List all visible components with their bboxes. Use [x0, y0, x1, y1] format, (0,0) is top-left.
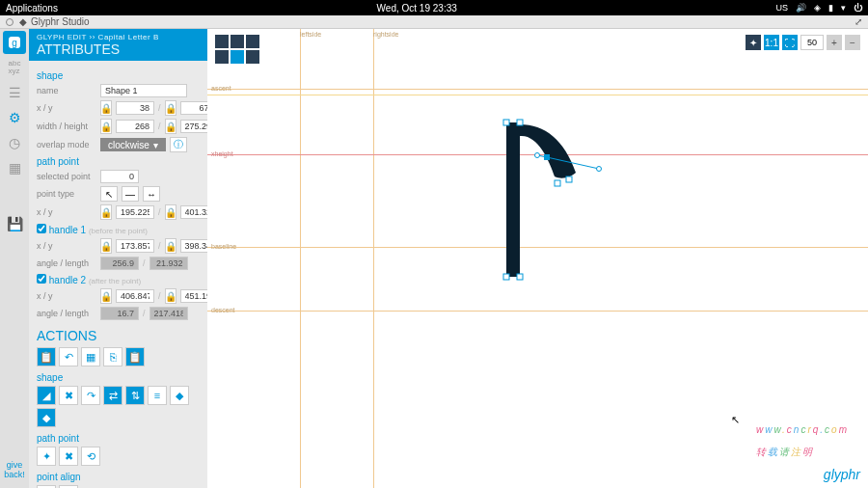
zoom-value[interactable]: 50 [800, 35, 824, 50]
h2-x-input[interactable] [116, 289, 154, 303]
paste-button[interactable]: ⎘ [103, 347, 122, 366]
layers-tool[interactable]: ☰ [3, 81, 26, 104]
mouse-cursor-icon: ↖ [731, 414, 740, 426]
lock-ppy-icon[interactable]: 🔒 [165, 204, 176, 220]
battery-icon[interactable]: ▮ [828, 3, 833, 13]
shape-h-input[interactable] [180, 120, 207, 133]
wifi-icon[interactable]: ◈ [814, 3, 821, 13]
lock-ppx-icon[interactable]: 🔒 [100, 204, 112, 220]
lock-h1x-icon[interactable]: 🔒 [100, 238, 112, 254]
zoom-in-button[interactable]: + [827, 35, 842, 50]
window-control-icon[interactable] [6, 18, 14, 26]
add-button[interactable]: ▦ [81, 347, 100, 366]
h2-len-input[interactable] [149, 307, 188, 320]
settings-tool[interactable]: ⚙ [3, 106, 26, 129]
undo-button[interactable]: ↶ [59, 347, 78, 366]
pp-a2[interactable]: ✖ [59, 447, 78, 466]
h2-al-label: angle / length [37, 309, 96, 318]
actions-title: ACTIONS [37, 328, 200, 343]
shape-a7[interactable]: ◆ [170, 386, 189, 405]
lock-x-icon[interactable]: 🔒 [100, 100, 112, 116]
expand-icon[interactable]: ⤢ [854, 16, 862, 27]
zoom-out-button[interactable]: − [845, 35, 860, 50]
clock: Wed, Oct 19 23:33 [58, 3, 776, 14]
shape-a6[interactable]: ≡ [148, 386, 167, 405]
shape-a3[interactable]: ↷ [81, 386, 100, 405]
overlap-info-icon[interactable]: ⓘ [170, 137, 187, 152]
descent-guide [207, 311, 868, 312]
give-back-link[interactable]: giveback! [4, 461, 25, 480]
lock-w-icon[interactable]: 🔒 [100, 119, 112, 134]
shape-a1[interactable]: ◢ [37, 386, 56, 405]
save-tool[interactable]: 💾 [3, 212, 26, 235]
view-grid-button[interactable]: ✦ [746, 35, 761, 50]
tool-3[interactable] [246, 35, 259, 48]
guides-tool[interactable]: ▦ [3, 156, 26, 179]
apps-menu[interactable]: Applications [6, 3, 58, 14]
h2-angle-input[interactable] [100, 307, 139, 320]
h1-y-input[interactable] [180, 239, 207, 253]
tool-rail: g abcxyz ☰ ⚙ ◷ ▦ 💾 giveback! [0, 29, 29, 488]
overlap-dropdown[interactable]: clockwise▾ [100, 138, 166, 151]
tool-1[interactable] [215, 35, 229, 48]
ptype-flat[interactable]: — [122, 186, 139, 202]
text-tool[interactable]: abcxyz [3, 56, 26, 79]
ptype-symmetric[interactable]: ↔ [143, 186, 160, 202]
glyph-shape[interactable] [506, 122, 622, 288]
actions-shape-label: shape [37, 372, 200, 383]
svg-rect-7 [503, 120, 509, 125]
pp-y-input[interactable] [180, 205, 207, 219]
view-fit-button[interactable]: ⛶ [782, 35, 798, 50]
ascent-guide [207, 89, 868, 90]
panel-title: ATTRIBUTES [37, 41, 200, 57]
h1-angle-input[interactable] [100, 257, 139, 270]
pp-x-input[interactable] [116, 205, 154, 219]
h1-xy-label: x / y [37, 241, 96, 251]
name-input[interactable] [100, 84, 187, 97]
shape-a8[interactable]: ◆ [37, 408, 56, 427]
tool-6[interactable] [246, 50, 259, 64]
copy-button[interactable]: 📋 [37, 347, 56, 366]
pp-a1[interactable]: ✦ [37, 447, 56, 466]
shape-w-input[interactable] [116, 120, 154, 133]
keyboard-indicator[interactable]: US [775, 3, 788, 13]
tool-2[interactable] [231, 35, 244, 48]
svg-point-5 [535, 153, 540, 158]
glyph-edit-tool[interactable]: g [3, 31, 26, 54]
leftside-guide [300, 29, 301, 488]
menu-icon[interactable]: ▾ [841, 3, 846, 13]
lock-y-icon[interactable]: 🔒 [165, 100, 176, 116]
h1-len-input[interactable] [149, 257, 188, 270]
h1-x-input[interactable] [116, 239, 154, 253]
selpoint-input[interactable] [100, 170, 139, 183]
h2-toggle[interactable] [37, 274, 46, 284]
descent-label: descent [211, 307, 235, 313]
glyph-canvas[interactable]: leftside rightside ascent xheight baseli… [207, 29, 868, 488]
h2-y-input[interactable] [180, 289, 207, 303]
clipboard-button[interactable]: 📋 [125, 347, 145, 366]
h1-toggle[interactable] [37, 224, 46, 233]
lock-h1y-icon[interactable]: 🔒 [165, 238, 176, 254]
power-icon[interactable]: ⏻ [854, 3, 862, 13]
history-tool[interactable]: ◷ [3, 131, 26, 154]
svg-rect-10 [555, 180, 560, 186]
lock-h2x-icon[interactable]: 🔒 [100, 288, 112, 304]
breadcrumb: GLYPH EDIT ›› Capital Letter B [37, 33, 200, 41]
rightside-guide [373, 29, 374, 488]
lock-h2y-icon[interactable]: 🔒 [165, 288, 176, 304]
shape-a4[interactable]: ⇄ [103, 386, 122, 405]
tool-5[interactable] [231, 50, 244, 64]
wh-label: width / height [37, 122, 96, 131]
tool-4[interactable] [215, 50, 229, 64]
view-1to1-button[interactable]: 1:1 [764, 35, 779, 50]
canvas-tools-left2 [215, 50, 259, 64]
shape-x-input[interactable] [116, 101, 154, 115]
ptype-corner[interactable]: ↖ [100, 186, 118, 202]
shape-y-input[interactable] [180, 101, 207, 115]
shape-a2[interactable]: ✖ [59, 386, 78, 405]
shape-a5[interactable]: ⇅ [125, 386, 145, 405]
pp-a3[interactable]: ⟲ [81, 447, 100, 466]
h2-xy-label: x / y [37, 291, 96, 301]
volume-icon[interactable]: 🔊 [796, 3, 806, 13]
lock-h-icon[interactable]: 🔒 [165, 119, 176, 134]
